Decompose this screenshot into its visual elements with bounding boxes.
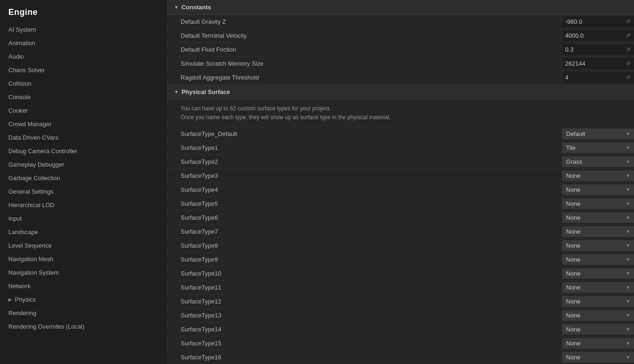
physical-surface-section-header[interactable]: ▼ Physical Surface [168, 85, 634, 100]
dropdown-arrow-icon: ▼ [626, 243, 630, 248]
surface-type-value: None [566, 298, 580, 305]
surface-type-dropdown[interactable]: None▼ [562, 324, 634, 335]
constant-value-field[interactable]: 4↺ [562, 72, 634, 83]
reset-icon[interactable]: ↺ [625, 61, 631, 67]
sidebar-item-data-driven-cvars[interactable]: Data Driven CVars [0, 131, 167, 144]
surface-type-label: SurfaceType3 [168, 170, 562, 182]
reset-icon[interactable]: ↺ [625, 19, 631, 25]
surface-type-dropdown[interactable]: None▼ [562, 198, 634, 209]
constant-label: Default Terminal Velocity [168, 30, 562, 41]
sidebar-item-landscape[interactable]: Landscape [0, 225, 167, 239]
sidebar-item-label: Navigation System [8, 269, 59, 276]
surface-type-dropdown[interactable]: None▼ [562, 170, 634, 181]
constant-label: Ragdoll Aggregate Threshold [168, 72, 562, 83]
sidebar-item-level-sequence[interactable]: Level Sequence [0, 239, 167, 252]
sidebar-item-label: Navigation Mesh [8, 256, 54, 263]
surface-type-dropdown[interactable]: None▼ [562, 212, 634, 223]
sidebar-item-garbage-collection[interactable]: Garbage Collection [0, 171, 167, 185]
sidebar-item-label: Data Driven CVars [8, 134, 58, 141]
surface-type-value: None [566, 270, 580, 277]
physical-surface-section-label: Physical Surface [182, 88, 230, 95]
sidebar-item-crowd-manager[interactable]: Crowd Manager [0, 117, 167, 131]
sidebar-item-console[interactable]: Console [0, 90, 167, 104]
constant-value-field[interactable]: -980.0↺ [562, 16, 634, 27]
surface-type-dropdown[interactable]: None▼ [562, 296, 634, 307]
surface-row: SurfaceType2Grass▼ [168, 155, 634, 169]
dropdown-arrow-icon: ▼ [626, 341, 630, 346]
sidebar-item-collision[interactable]: Collision [0, 77, 167, 90]
constant-value-field[interactable]: 4000.0↺ [562, 30, 634, 41]
sidebar-item-gameplay-debugger[interactable]: Gameplay Debugger [0, 158, 167, 171]
sidebar-item-animation[interactable]: Animation [0, 36, 167, 50]
reset-icon[interactable]: ↺ [625, 47, 631, 53]
sidebar-item-input[interactable]: Input [0, 212, 167, 225]
sidebar-item-debug-camera-controller[interactable]: Debug Camera Controller [0, 144, 167, 158]
sidebar-item-navigation-mesh[interactable]: Navigation Mesh [0, 252, 167, 266]
surface-type-dropdown[interactable]: None▼ [562, 254, 634, 265]
surface-type-value: None [566, 284, 580, 291]
surface-type-value: None [566, 228, 580, 235]
sidebar-item-ai-system[interactable]: AI System [0, 23, 167, 36]
sidebar-item-label: Cooker [8, 107, 28, 114]
constant-value-text: 262144 [565, 60, 623, 67]
surface-type-dropdown[interactable]: None▼ [562, 226, 634, 237]
surface-type-dropdown[interactable]: None▼ [562, 310, 634, 321]
sidebar-item-label: Garbage Collection [8, 175, 60, 182]
surface-type-value: None [566, 312, 580, 319]
surface-row: SurfaceType12None▼ [168, 295, 634, 309]
surface-type-dropdown[interactable]: None▼ [562, 338, 634, 349]
surface-type-label: SurfaceType4 [168, 184, 562, 195]
sidebar-item-label: AI System [8, 26, 36, 33]
surface-row: SurfaceType7None▼ [168, 225, 634, 239]
constant-row: Simulate Scratch Memory Size262144↺ [168, 57, 634, 71]
surface-type-dropdown[interactable]: None▼ [562, 352, 634, 363]
sidebar-item-label: Console [8, 94, 31, 101]
surface-type-label: SurfaceType13 [168, 310, 562, 321]
physical-surface-collapse-arrow: ▼ [174, 89, 179, 94]
surface-type-dropdown[interactable]: None▼ [562, 268, 634, 279]
surface-type-value: None [566, 186, 580, 193]
sidebar-item-chaos-solver[interactable]: Chaos Solver [0, 63, 167, 77]
surface-row: SurfaceType9None▼ [168, 253, 634, 267]
surface-type-dropdown[interactable]: Default▼ [562, 128, 634, 139]
surface-type-label: SurfaceType16 [168, 351, 562, 363]
sidebar-item-cooker[interactable]: Cooker [0, 104, 167, 117]
surface-type-dropdown[interactable]: None▼ [562, 240, 634, 251]
surface-type-label: SurfaceType14 [168, 324, 562, 335]
sidebar-item-label: Rendering [8, 310, 36, 317]
surface-type-value: None [566, 340, 580, 347]
sidebar-item-navigation-system[interactable]: Navigation System [0, 266, 167, 279]
surface-type-label: SurfaceType15 [168, 337, 562, 349]
surface-desc-line1: You can have up to 62 custom surface typ… [181, 104, 621, 113]
surface-type-dropdown[interactable]: Grass▼ [562, 156, 634, 167]
constant-row: Ragdoll Aggregate Threshold4↺ [168, 71, 634, 85]
dropdown-arrow-icon: ▼ [626, 327, 630, 332]
sidebar-item-network[interactable]: Network [0, 279, 167, 293]
surface-row: SurfaceType15None▼ [168, 337, 634, 351]
constant-value-field[interactable]: 262144↺ [562, 58, 634, 69]
dropdown-arrow-icon: ▼ [626, 159, 630, 164]
constant-value-field[interactable]: 0.3↺ [562, 44, 634, 55]
sidebar-item-hierarchical-lod[interactable]: Hierarchical LOD [0, 198, 167, 212]
surface-type-value: None [566, 200, 580, 207]
surface-row: SurfaceType8None▼ [168, 239, 634, 253]
surface-type-label: SurfaceType5 [168, 198, 562, 209]
dropdown-arrow-icon: ▼ [626, 313, 630, 318]
physical-surface-description: You can have up to 62 custom surface typ… [168, 100, 634, 127]
surface-type-dropdown[interactable]: None▼ [562, 184, 634, 195]
reset-icon[interactable]: ↺ [625, 33, 631, 39]
sidebar-item-physics[interactable]: ▶Physics [0, 293, 167, 306]
constants-section-header[interactable]: ▼ Constants [168, 0, 634, 15]
sidebar-item-rendering[interactable]: Rendering [0, 306, 167, 320]
sidebar-item-label: General Settings [8, 188, 54, 195]
sidebar-item-general-settings[interactable]: General Settings [0, 185, 167, 198]
surface-type-dropdown[interactable]: Tile▼ [562, 142, 634, 153]
surface-type-dropdown[interactable]: None▼ [562, 282, 634, 293]
sidebar-item-audio[interactable]: Audio [0, 50, 167, 63]
sidebar-item-rendering-overrides-(local)[interactable]: Rendering Overrides (Local) [0, 320, 167, 333]
surface-type-value: None [566, 354, 580, 361]
surface-row: SurfaceType3None▼ [168, 169, 634, 183]
sidebar-item-label: Debug Camera Controller [8, 148, 77, 155]
reset-icon[interactable]: ↺ [625, 74, 631, 81]
surface-type-label: SurfaceType1 [168, 142, 562, 154]
